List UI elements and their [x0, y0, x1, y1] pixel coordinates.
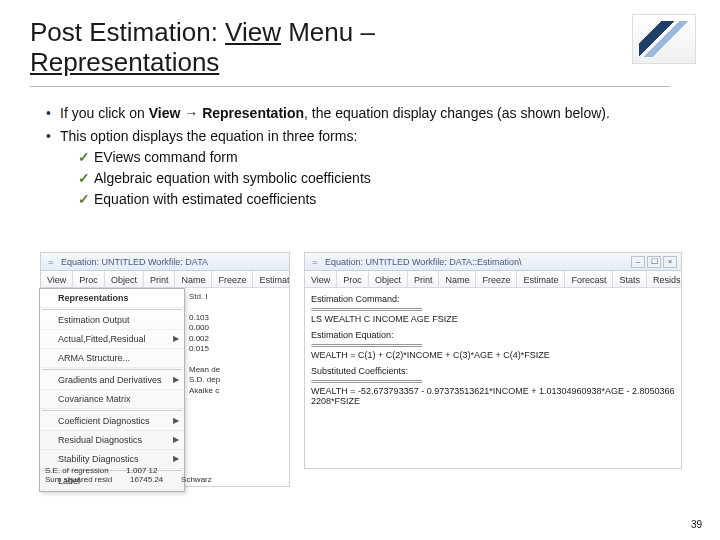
- left-bottom-stats: S.E. of regression 1.007 12 Sum squared …: [45, 466, 287, 484]
- toolbar-left: View Proc Object Print Name Freeze Estim…: [41, 271, 289, 288]
- tb-freeze[interactable]: Freeze: [212, 271, 253, 287]
- menu-covariance-matrix[interactable]: Covariance Matrix: [40, 390, 184, 409]
- section-estimation-equation: Estimation Equation:: [311, 330, 675, 340]
- menu-residual-diagnostics[interactable]: Residual Diagnostics▶: [40, 431, 184, 450]
- estimation-equation-text: WEALTH = C(1) + C(2)*INCOME + C(3)*AGE +…: [311, 350, 675, 360]
- menu-gradients-derivatives[interactable]: Gradients and Derivatives▶: [40, 371, 184, 390]
- tb-estimate-r[interactable]: Estimate: [517, 271, 565, 287]
- maximize-icon[interactable]: ☐: [647, 256, 661, 268]
- tb-name[interactable]: Name: [175, 271, 212, 287]
- window-titlebar-right: = Equation: UNTITLED Workfile: DATA::Est…: [305, 253, 681, 271]
- close-icon[interactable]: ×: [663, 256, 677, 268]
- tb-view[interactable]: View: [41, 271, 73, 287]
- equation-icon: =: [45, 256, 57, 268]
- tb-print-r[interactable]: Print: [408, 271, 440, 287]
- toolbar-right: View Proc Object Print Name Freeze Estim…: [305, 271, 681, 288]
- window-titlebar-left: = Equation: UNTITLED Workfile: DATA: [41, 253, 289, 271]
- window-title-left: Equation: UNTITLED Workfile: DATA: [61, 257, 208, 267]
- screenshot-left: = Equation: UNTITLED Workfile: DATA View…: [40, 252, 290, 487]
- sub-3: Equation with estimated coefficients: [78, 190, 656, 209]
- section-estimation-command: Estimation Command:: [311, 294, 675, 304]
- equation-icon: =: [309, 256, 321, 268]
- page-title: Post Estimation: View Menu – Representat…: [30, 18, 375, 78]
- sub-1: EViews command form: [78, 148, 656, 167]
- estimation-command-text: LS WEALTH C INCOME AGE FSIZE: [311, 314, 675, 324]
- title-rule: [30, 86, 670, 87]
- bullet-1: If you click on View → Representation, t…: [46, 104, 656, 123]
- menu-estimation-output[interactable]: Estimation Output: [40, 311, 184, 330]
- view-menu-dropdown: Representations Estimation Output Actual…: [39, 288, 185, 492]
- tb-object-r[interactable]: Object: [369, 271, 408, 287]
- minimize-icon[interactable]: –: [631, 256, 645, 268]
- left-side-values: Std. I 0.103 0.000 0.002 0.015 Mean de S…: [189, 292, 287, 396]
- screenshot-right: = Equation: UNTITLED Workfile: DATA::Est…: [304, 252, 682, 469]
- brand-logo: [632, 14, 696, 64]
- tb-resids-r[interactable]: Resids: [647, 271, 681, 287]
- sub-2: Algebraic equation with symbolic coeffic…: [78, 169, 656, 188]
- tb-forecast-r[interactable]: Forecast: [565, 271, 613, 287]
- tb-view-r[interactable]: View: [305, 271, 337, 287]
- menu-arma-structure[interactable]: ARMA Structure...: [40, 349, 184, 368]
- tb-object[interactable]: Object: [105, 271, 144, 287]
- substituted-coeff-text: WEALTH = -52.673793357 - 0.97373513621*I…: [311, 386, 675, 406]
- tb-proc[interactable]: Proc: [73, 271, 105, 287]
- menu-coefficient-diagnostics[interactable]: Coefficient Diagnostics▶: [40, 412, 184, 431]
- menu-actual-fitted-residual[interactable]: Actual,Fitted,Residual▶: [40, 330, 184, 349]
- bullet-list: If you click on View → Representation, t…: [46, 104, 656, 212]
- tb-proc-r[interactable]: Proc: [337, 271, 369, 287]
- tb-freeze-r[interactable]: Freeze: [476, 271, 517, 287]
- tb-stats-r[interactable]: Stats: [613, 271, 647, 287]
- section-substituted-coefficients: Substituted Coefficients:: [311, 366, 675, 376]
- tb-print[interactable]: Print: [144, 271, 176, 287]
- window-title-right: Equation: UNTITLED Workfile: DATA::Estim…: [325, 257, 522, 267]
- bullet-2: This option displays the equation in thr…: [46, 127, 656, 209]
- tb-name-r[interactable]: Name: [439, 271, 476, 287]
- tb-estimate[interactable]: Estimat: [253, 271, 289, 287]
- page-number: 39: [691, 519, 702, 530]
- representation-output: Estimation Command: ====================…: [311, 292, 675, 464]
- menu-representations[interactable]: Representations: [40, 289, 184, 308]
